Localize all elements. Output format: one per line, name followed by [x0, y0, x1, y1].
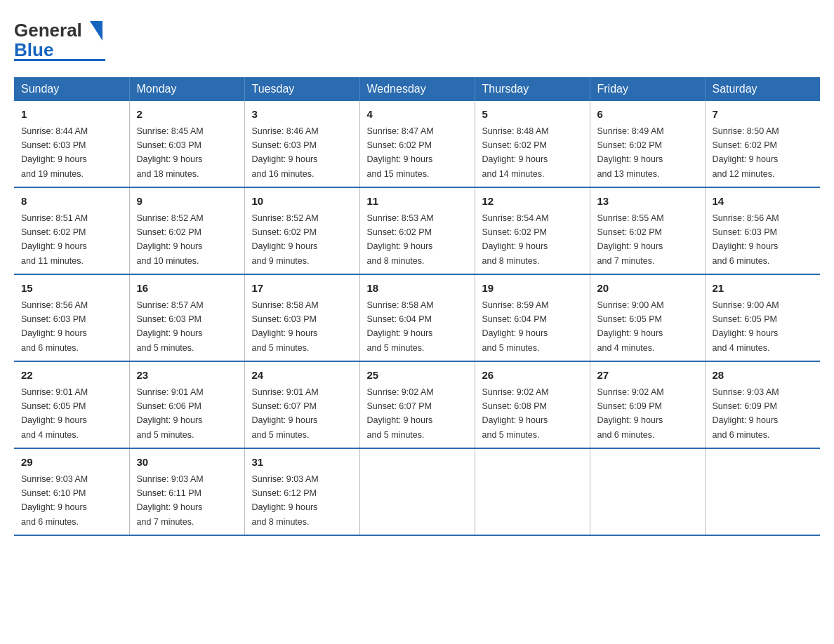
- day-number: 12: [482, 194, 583, 210]
- calendar-cell: 26 Sunrise: 9:02 AMSunset: 6:08 PMDaylig…: [475, 361, 590, 448]
- calendar-cell: 5 Sunrise: 8:48 AMSunset: 6:02 PMDayligh…: [475, 101, 590, 187]
- calendar-cell: 27 Sunrise: 9:02 AMSunset: 6:09 PMDaylig…: [590, 361, 705, 448]
- svg-rect-3: [14, 59, 105, 61]
- calendar-cell: 15 Sunrise: 8:56 AMSunset: 6:03 PMDaylig…: [14, 274, 129, 361]
- day-number: 6: [597, 107, 698, 123]
- day-info: Sunrise: 8:51 AMSunset: 6:02 PMDaylight:…: [21, 213, 88, 266]
- day-number: 24: [252, 368, 352, 384]
- calendar-cell: 13 Sunrise: 8:55 AMSunset: 6:02 PMDaylig…: [590, 187, 705, 274]
- day-info: Sunrise: 8:49 AMSunset: 6:02 PMDaylight:…: [597, 126, 664, 179]
- day-info: Sunrise: 9:02 AMSunset: 6:08 PMDaylight:…: [482, 387, 549, 440]
- day-info: Sunrise: 8:56 AMSunset: 6:03 PMDaylight:…: [21, 300, 88, 353]
- calendar-cell: 17 Sunrise: 8:58 AMSunset: 6:03 PMDaylig…: [244, 274, 359, 361]
- day-info: Sunrise: 9:03 AMSunset: 6:11 PMDaylight:…: [137, 474, 204, 527]
- day-info: Sunrise: 8:45 AMSunset: 6:03 PMDaylight:…: [137, 126, 204, 179]
- calendar-cell: 1 Sunrise: 8:44 AMSunset: 6:03 PMDayligh…: [14, 101, 129, 187]
- weekday-sunday: Sunday: [14, 77, 129, 101]
- calendar-cell: [359, 448, 475, 535]
- day-info: Sunrise: 8:54 AMSunset: 6:02 PMDaylight:…: [482, 213, 549, 266]
- day-number: 15: [21, 281, 122, 297]
- day-number: 27: [597, 368, 698, 384]
- calendar-cell: [590, 448, 705, 535]
- logo: General Blue: [14, 14, 105, 63]
- day-info: Sunrise: 8:50 AMSunset: 6:02 PMDaylight:…: [713, 126, 779, 179]
- day-info: Sunrise: 9:02 AMSunset: 6:09 PMDaylight:…: [597, 387, 664, 440]
- day-info: Sunrise: 9:03 AMSunset: 6:09 PMDaylight:…: [713, 387, 779, 440]
- day-info: Sunrise: 8:53 AMSunset: 6:02 PMDaylight:…: [367, 213, 434, 266]
- calendar-cell: 9 Sunrise: 8:52 AMSunset: 6:02 PMDayligh…: [129, 187, 244, 274]
- calendar-cell: 8 Sunrise: 8:51 AMSunset: 6:02 PMDayligh…: [14, 187, 129, 274]
- calendar-header: SundayMondayTuesdayWednesdayThursdayFrid…: [14, 77, 820, 101]
- calendar-cell: 22 Sunrise: 9:01 AMSunset: 6:05 PMDaylig…: [14, 361, 129, 448]
- day-number: 1: [21, 107, 122, 123]
- calendar-cell: 7 Sunrise: 8:50 AMSunset: 6:02 PMDayligh…: [705, 101, 820, 187]
- day-number: 7: [713, 107, 814, 123]
- day-info: Sunrise: 9:00 AMSunset: 6:05 PMDaylight:…: [713, 300, 779, 353]
- calendar-cell: 25 Sunrise: 9:02 AMSunset: 6:07 PMDaylig…: [359, 361, 475, 448]
- day-number: 5: [482, 107, 583, 123]
- day-number: 17: [252, 281, 352, 297]
- week-row-2: 8 Sunrise: 8:51 AMSunset: 6:02 PMDayligh…: [14, 187, 820, 274]
- calendar-cell: 2 Sunrise: 8:45 AMSunset: 6:03 PMDayligh…: [129, 101, 244, 187]
- calendar-cell: 11 Sunrise: 8:53 AMSunset: 6:02 PMDaylig…: [359, 187, 475, 274]
- day-number: 18: [367, 281, 468, 297]
- weekday-header-row: SundayMondayTuesdayWednesdayThursdayFrid…: [14, 77, 820, 101]
- day-info: Sunrise: 8:58 AMSunset: 6:04 PMDaylight:…: [367, 300, 434, 353]
- svg-marker-1: [90, 21, 102, 41]
- calendar-cell: 16 Sunrise: 8:57 AMSunset: 6:03 PMDaylig…: [129, 274, 244, 361]
- day-number: 13: [597, 194, 698, 210]
- calendar-cell: 4 Sunrise: 8:47 AMSunset: 6:02 PMDayligh…: [359, 101, 475, 187]
- calendar-cell: 6 Sunrise: 8:49 AMSunset: 6:02 PMDayligh…: [590, 101, 705, 187]
- day-info: Sunrise: 8:48 AMSunset: 6:02 PMDaylight:…: [482, 126, 549, 179]
- weekday-thursday: Thursday: [475, 77, 590, 101]
- weekday-wednesday: Wednesday: [359, 77, 475, 101]
- day-number: 8: [21, 194, 122, 210]
- calendar-cell: 31 Sunrise: 9:03 AMSunset: 6:12 PMDaylig…: [244, 448, 359, 535]
- day-info: Sunrise: 8:55 AMSunset: 6:02 PMDaylight:…: [597, 213, 664, 266]
- day-info: Sunrise: 9:03 AMSunset: 6:12 PMDaylight:…: [252, 474, 319, 527]
- calendar-body: 1 Sunrise: 8:44 AMSunset: 6:03 PMDayligh…: [14, 101, 820, 535]
- day-info: Sunrise: 9:03 AMSunset: 6:10 PMDaylight:…: [21, 474, 88, 527]
- calendar-cell: [705, 448, 820, 535]
- weekday-monday: Monday: [129, 77, 244, 101]
- week-row-5: 29 Sunrise: 9:03 AMSunset: 6:10 PMDaylig…: [14, 448, 820, 535]
- day-info: Sunrise: 9:01 AMSunset: 6:05 PMDaylight:…: [21, 387, 88, 440]
- day-number: 2: [137, 107, 237, 123]
- day-info: Sunrise: 8:59 AMSunset: 6:04 PMDaylight:…: [482, 300, 549, 353]
- calendar-cell: 18 Sunrise: 8:58 AMSunset: 6:04 PMDaylig…: [359, 274, 475, 361]
- day-number: 19: [482, 281, 583, 297]
- day-info: Sunrise: 8:52 AMSunset: 6:02 PMDaylight:…: [252, 213, 319, 266]
- day-number: 16: [137, 281, 237, 297]
- week-row-3: 15 Sunrise: 8:56 AMSunset: 6:03 PMDaylig…: [14, 274, 820, 361]
- day-number: 11: [367, 194, 468, 210]
- day-info: Sunrise: 9:02 AMSunset: 6:07 PMDaylight:…: [367, 387, 434, 440]
- day-info: Sunrise: 8:47 AMSunset: 6:02 PMDaylight:…: [367, 126, 434, 179]
- svg-text:General: General: [14, 20, 82, 41]
- day-number: 21: [713, 281, 814, 297]
- day-number: 30: [137, 455, 237, 471]
- week-row-1: 1 Sunrise: 8:44 AMSunset: 6:03 PMDayligh…: [14, 101, 820, 187]
- day-number: 9: [137, 194, 237, 210]
- day-info: Sunrise: 9:01 AMSunset: 6:06 PMDaylight:…: [137, 387, 204, 440]
- calendar-cell: 21 Sunrise: 9:00 AMSunset: 6:05 PMDaylig…: [705, 274, 820, 361]
- day-number: 25: [367, 368, 468, 384]
- day-info: Sunrise: 8:58 AMSunset: 6:03 PMDaylight:…: [252, 300, 319, 353]
- calendar-cell: 19 Sunrise: 8:59 AMSunset: 6:04 PMDaylig…: [475, 274, 590, 361]
- day-info: Sunrise: 9:01 AMSunset: 6:07 PMDaylight:…: [252, 387, 319, 440]
- day-number: 26: [482, 368, 583, 384]
- day-number: 23: [137, 368, 237, 384]
- day-number: 14: [713, 194, 814, 210]
- calendar-cell: 14 Sunrise: 8:56 AMSunset: 6:03 PMDaylig…: [705, 187, 820, 274]
- svg-text:Blue: Blue: [14, 39, 53, 60]
- day-info: Sunrise: 8:56 AMSunset: 6:03 PMDaylight:…: [713, 213, 779, 266]
- day-number: 10: [252, 194, 352, 210]
- calendar-cell: [475, 448, 590, 535]
- day-info: Sunrise: 8:57 AMSunset: 6:03 PMDaylight:…: [137, 300, 204, 353]
- weekday-saturday: Saturday: [705, 77, 820, 101]
- calendar-cell: 10 Sunrise: 8:52 AMSunset: 6:02 PMDaylig…: [244, 187, 359, 274]
- calendar-cell: 29 Sunrise: 9:03 AMSunset: 6:10 PMDaylig…: [14, 448, 129, 535]
- day-number: 20: [597, 281, 698, 297]
- calendar-cell: 28 Sunrise: 9:03 AMSunset: 6:09 PMDaylig…: [705, 361, 820, 448]
- day-number: 4: [367, 107, 468, 123]
- week-row-4: 22 Sunrise: 9:01 AMSunset: 6:05 PMDaylig…: [14, 361, 820, 448]
